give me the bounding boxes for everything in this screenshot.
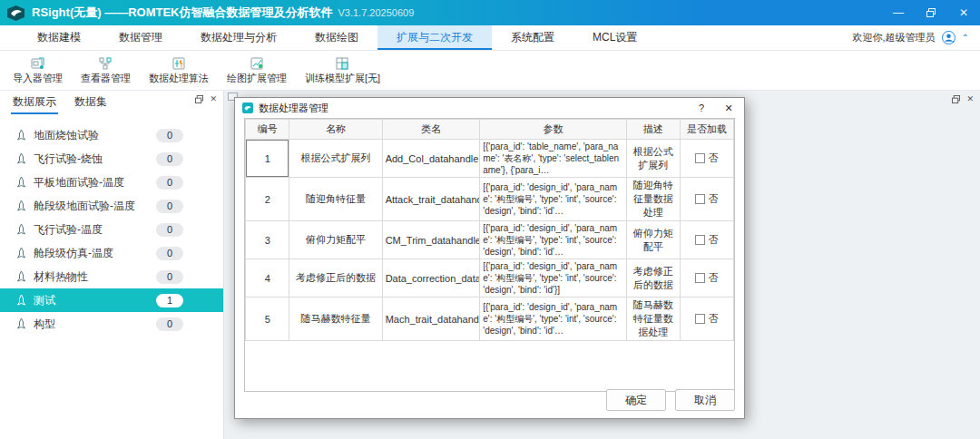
dialog-title-bar[interactable]: 数据处理器管理 ? ✕ xyxy=(235,98,744,118)
cell-id[interactable]: 1 xyxy=(246,140,289,178)
cell-load[interactable]: 否 xyxy=(680,298,733,341)
sidebar-item-cabin-sim-temp[interactable]: 舱段级仿真-温度 0 xyxy=(0,241,223,265)
sidebar-list: 地面烧蚀试验 0 飞行试验-烧蚀 0 平板地面试验-温度 0 舱段级地面试验-温… xyxy=(0,114,223,336)
sidebar-item-test[interactable]: 测试 1 xyxy=(0,288,223,312)
dialog-app-icon xyxy=(242,102,253,113)
cell-load[interactable]: 否 xyxy=(680,259,733,298)
close-panel-icon[interactable]: ✕ xyxy=(966,95,974,103)
close-panel-icon[interactable]: ✕ xyxy=(210,95,217,103)
cell-class[interactable]: Data_correction_datahan… xyxy=(382,259,480,298)
sidebar-tab-data-display[interactable]: 数据展示 xyxy=(11,92,58,114)
menu-tab-extension-dev[interactable]: 扩展与二次开发 xyxy=(377,25,492,50)
sidebar-item-material-thermal[interactable]: 材料热物性 0 xyxy=(0,265,223,288)
table-row[interactable]: 4 考虑修正后的数据 Data_correction_datahan… [{'p… xyxy=(246,259,734,298)
col-header-params[interactable]: 参数 xyxy=(480,120,626,140)
cell-id[interactable]: 3 xyxy=(246,221,289,259)
cell-id[interactable]: 5 xyxy=(246,298,289,341)
tool-viewer-manager[interactable]: 查看器管理 xyxy=(72,52,140,90)
undock-panel-icon[interactable] xyxy=(195,95,203,103)
cell-name[interactable]: 考虑修正后的数据 xyxy=(289,259,382,298)
cell-id[interactable]: 4 xyxy=(246,259,289,298)
sidebar-tab-dataset[interactable]: 数据集 xyxy=(73,92,109,114)
cell-params[interactable]: [{'para_id': 'design_id', 'para_name': '… xyxy=(480,178,626,221)
col-header-load[interactable]: 是否加载 xyxy=(680,120,733,140)
sidebar-item-flat-ground-test-temp[interactable]: 平板地面试验-温度 0 xyxy=(0,171,223,194)
load-checkbox[interactable] xyxy=(695,273,705,283)
sidebar-item-configuration[interactable]: 构型 0 xyxy=(0,312,223,336)
sidebar-item-ground-ablation-test[interactable]: 地面烧蚀试验 0 xyxy=(0,123,223,147)
rocket-icon xyxy=(16,130,26,141)
col-header-desc[interactable]: 描述 xyxy=(626,120,680,140)
cell-load[interactable]: 否 xyxy=(680,178,733,221)
minimize-button[interactable]: — xyxy=(882,0,915,25)
plot-extension-manager-icon xyxy=(250,56,265,71)
sidebar-tabs: 数据展示 数据集 xyxy=(0,91,223,114)
cell-name[interactable]: 根据公式扩展列 xyxy=(289,140,382,178)
table-row[interactable]: 2 随迎角特征量 Attack_trait_datahandle [{'para… xyxy=(246,178,734,221)
cell-name[interactable]: 俯仰力矩配平 xyxy=(289,221,382,259)
menu-bar: 数据建模 数据管理 数据处理与分析 数据绘图 扩展与二次开发 系统配置 MCL设… xyxy=(0,25,980,51)
table-row[interactable]: 1 根据公式扩展列 Add_Col_datahandle [{'para_id'… xyxy=(246,140,734,178)
dialog-help-button[interactable]: ? xyxy=(688,98,715,118)
sidebar-panel: 数据展示 数据集 ✕ 地面烧蚀试验 0 飞行试验-烧蚀 0 xyxy=(0,91,224,439)
importer-manager-icon xyxy=(30,56,45,71)
col-header-class[interactable]: 类名 xyxy=(382,120,480,140)
cell-params[interactable]: [{'para_id': 'design_id', 'para_name': '… xyxy=(480,298,626,341)
cell-params[interactable]: [{'para_id': 'table_name', 'para_name': … xyxy=(480,140,626,178)
cell-load[interactable]: 否 xyxy=(680,221,733,259)
sidebar-item-flight-test-ablation[interactable]: 飞行试验-烧蚀 0 xyxy=(0,147,223,171)
cell-desc[interactable]: 随迎角特征量数据处理 xyxy=(626,178,680,221)
cell-class[interactable]: Add_Col_datahandle xyxy=(382,140,480,178)
menu-tab-mcl-settings[interactable]: MCL设置 xyxy=(573,25,656,50)
window-controls: — ✕ xyxy=(882,0,980,25)
cell-load[interactable]: 否 xyxy=(680,140,733,178)
count-badge: 1 xyxy=(156,294,183,307)
cell-name[interactable]: 随迎角特征量 xyxy=(289,178,382,221)
cell-desc[interactable]: 俯仰力矩配平 xyxy=(626,221,680,259)
load-checkbox[interactable] xyxy=(695,153,705,163)
tool-training-model-extension[interactable]: 训练模型扩展[无] xyxy=(296,52,389,90)
cell-class[interactable]: Mach_trait_datahandle xyxy=(382,298,480,341)
dialog-close-button[interactable]: ✕ xyxy=(715,98,742,118)
table-row[interactable]: 5 随马赫数特征量 Mach_trait_datahandle [{'para_… xyxy=(246,298,734,341)
collapse-chevron-icon[interactable]: ⌃ xyxy=(962,34,969,43)
col-header-name[interactable]: 名称 xyxy=(289,120,382,140)
welcome-text: 欢迎你,超级管理员 xyxy=(853,31,936,44)
count-badge: 0 xyxy=(156,247,183,260)
load-checkbox[interactable] xyxy=(695,314,705,324)
menu-tab-data-processing-analysis[interactable]: 数据处理与分析 xyxy=(181,25,296,50)
workspace-dock-controls: ✕ xyxy=(952,95,974,103)
cell-desc[interactable]: 根据公式扩展列 xyxy=(626,140,680,178)
sidebar-item-flight-test-temp[interactable]: 飞行试验-温度 0 xyxy=(0,218,223,241)
cell-id[interactable]: 2 xyxy=(246,178,289,221)
tool-importer-manager[interactable]: 导入器管理 xyxy=(4,52,72,90)
cell-class[interactable]: Attack_trait_datahandle xyxy=(382,178,480,221)
undock-panel-icon[interactable] xyxy=(952,95,960,103)
user-avatar-icon[interactable] xyxy=(942,31,956,44)
cancel-button[interactable]: 取消 xyxy=(675,389,735,411)
rocket-icon xyxy=(16,248,26,259)
table-row[interactable]: 3 俯仰力矩配平 CM_Trim_datahandle [{'para_id':… xyxy=(246,221,734,259)
menu-tab-data-management[interactable]: 数据管理 xyxy=(100,25,181,50)
ok-button[interactable]: 确定 xyxy=(606,389,666,411)
load-checkbox[interactable] xyxy=(695,235,705,245)
rocket-icon xyxy=(16,271,26,282)
cell-name[interactable]: 随马赫数特征量 xyxy=(289,298,382,341)
cell-params[interactable]: [{'para_id': 'design_id', 'para_name': '… xyxy=(480,259,626,298)
tool-plot-extension-manager[interactable]: 绘图扩展管理 xyxy=(218,52,296,90)
load-checkbox[interactable] xyxy=(695,194,705,204)
load-label: 否 xyxy=(708,152,718,163)
cell-desc[interactable]: 考虑修正后的数据 xyxy=(626,259,680,298)
tool-data-processing-algorithm[interactable]: 数据处理算法 xyxy=(140,52,218,90)
col-header-id[interactable]: 编号 xyxy=(246,120,289,140)
menu-tab-data-plotting[interactable]: 数据绘图 xyxy=(296,25,377,50)
maximize-button[interactable] xyxy=(915,0,947,25)
rocket-icon xyxy=(16,295,26,306)
cell-desc[interactable]: 随马赫数特征量数据处理 xyxy=(626,298,680,341)
sidebar-item-cabin-ground-test-temp[interactable]: 舱段级地面试验-温度 0 xyxy=(0,194,223,218)
menu-tab-system-config[interactable]: 系统配置 xyxy=(492,25,573,50)
cell-params[interactable]: [{'para_id': 'design_id', 'para_name': '… xyxy=(480,221,626,259)
menu-tab-data-modeling[interactable]: 数据建模 xyxy=(18,25,100,50)
close-button[interactable]: ✕ xyxy=(947,0,980,25)
cell-class[interactable]: CM_Trim_datahandle xyxy=(382,221,480,259)
